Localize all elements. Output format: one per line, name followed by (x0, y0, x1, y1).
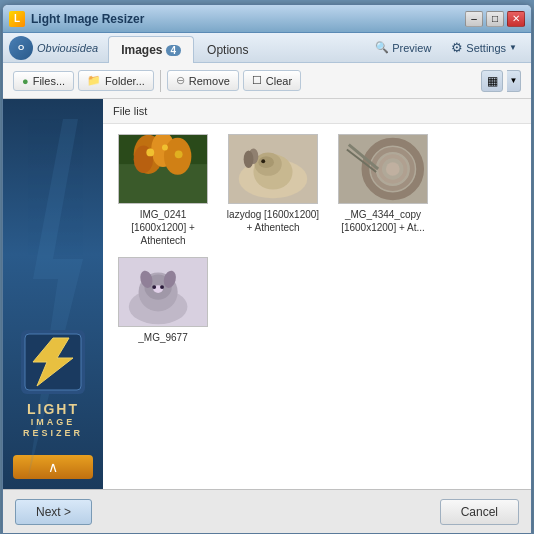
preview-button[interactable]: 🔍 Preview (367, 38, 439, 57)
list-item[interactable]: _MG_9677 (113, 257, 213, 344)
tab-images[interactable]: Images 4 (108, 36, 194, 63)
window-title: Light Image Resizer (31, 12, 144, 26)
logo-icon: O (9, 36, 33, 60)
toolbar: ● Files... 📁 Folder... ⊖ Remove ☐ Clear … (3, 63, 531, 99)
tab-options[interactable]: Options (194, 36, 261, 62)
menu-bar: O Obviousidea Images 4 Options 🔍 Preview… (3, 33, 531, 63)
list-item[interactable]: lazydog [1600x1200]+ Athentech (223, 134, 323, 247)
list-item[interactable]: _MG_4344_copy[1600x1200] + At... (333, 134, 433, 247)
title-bar-left: L Light Image Resizer (9, 11, 144, 27)
list-item[interactable]: IMG_0241[1600x1200] +Athentech (113, 134, 213, 247)
toolbar-right: ▦ ▼ (481, 70, 521, 92)
sidebar-logo-icon (21, 330, 85, 394)
svg-point-18 (258, 156, 274, 168)
svg-point-12 (162, 145, 168, 151)
clear-icon: ☐ (252, 74, 262, 87)
toolbar-separator (160, 70, 161, 92)
add-icon: ● (22, 75, 29, 87)
svg-point-13 (175, 150, 183, 158)
thumb-cat-img (119, 257, 207, 327)
thumb-rope-img (339, 134, 427, 204)
svg-point-36 (152, 285, 156, 289)
window-controls: – □ ✕ (465, 11, 525, 27)
thumbnail (228, 134, 318, 204)
cancel-button[interactable]: Cancel (440, 499, 519, 525)
logo-area: O Obviousidea (9, 33, 108, 62)
footer: Next > Cancel (3, 489, 531, 533)
sidebar-logo: LIGHT IMAGE RESIZER (21, 330, 85, 439)
app-icon: L (9, 11, 25, 27)
preview-icon: 🔍 (375, 41, 389, 54)
thumbnail (118, 134, 208, 204)
file-label: _MG_4344_copy[1600x1200] + At... (341, 208, 425, 234)
sidebar: LIGHT IMAGE RESIZER ∧ (3, 99, 103, 489)
view-toggle-button[interactable]: ▦ (481, 70, 503, 92)
sidebar-logo-text: LIGHT IMAGE RESIZER (21, 401, 85, 439)
file-grid: IMG_0241[1600x1200] +Athentech (103, 124, 531, 489)
thumbnail (118, 257, 208, 327)
images-badge: 4 (166, 45, 182, 56)
minimize-button[interactable]: – (465, 11, 483, 27)
next-button[interactable]: Next > (15, 499, 92, 525)
logo-text: Obviousidea (37, 42, 98, 54)
maximize-button[interactable]: □ (486, 11, 504, 27)
file-label: _MG_9677 (138, 331, 187, 344)
file-label: IMG_0241[1600x1200] +Athentech (131, 208, 195, 247)
dropdown-arrow-icon: ▼ (510, 76, 518, 85)
remove-icon: ⊖ (176, 74, 185, 87)
svg-point-21 (244, 150, 254, 168)
main-body: LIGHT IMAGE RESIZER ∧ File list (3, 99, 531, 489)
close-button[interactable]: ✕ (507, 11, 525, 27)
thumb-flowers-img (119, 134, 207, 204)
folder-button[interactable]: 📁 Folder... (78, 70, 154, 91)
svg-point-11 (146, 148, 154, 156)
settings-button[interactable]: ⚙ Settings ▼ (443, 37, 525, 58)
svg-point-26 (386, 162, 400, 176)
main-window: L Light Image Resizer – □ ✕ O Obviouside… (2, 4, 532, 534)
content-area: File list (103, 99, 531, 489)
svg-point-37 (160, 285, 164, 289)
remove-button[interactable]: ⊖ Remove (167, 70, 239, 91)
grid-view-icon: ▦ (487, 74, 498, 88)
file-label: lazydog [1600x1200]+ Athentech (227, 208, 319, 234)
menu-right: 🔍 Preview ⚙ Settings ▼ (367, 33, 525, 62)
thumb-dog-img (229, 134, 317, 204)
svg-point-19 (261, 159, 265, 163)
view-dropdown-button[interactable]: ▼ (507, 70, 521, 92)
folder-icon: 📁 (87, 74, 101, 87)
title-bar: L Light Image Resizer – □ ✕ (3, 5, 531, 33)
thumbnail (338, 134, 428, 204)
settings-chevron-icon: ▼ (509, 43, 517, 52)
svg-rect-6 (119, 164, 207, 203)
files-button[interactable]: ● Files... (13, 71, 74, 91)
settings-icon: ⚙ (451, 40, 463, 55)
file-list-header: File list (103, 99, 531, 124)
clear-button[interactable]: ☐ Clear (243, 70, 301, 91)
